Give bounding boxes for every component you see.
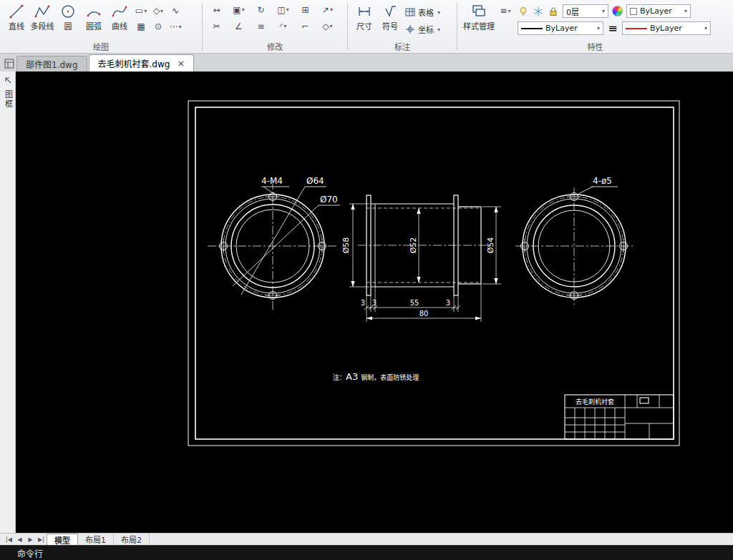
holes-callout: 4-ø5 (593, 176, 612, 186)
dropdown-arrow-icon: ▾ (286, 6, 289, 13)
draw-extra-col-1: ▭▾ ▦ (132, 1, 150, 36)
dropdown-arrow-icon: ▾ (178, 24, 181, 30)
color-select[interactable]: ByLayer ▾ (626, 4, 691, 18)
tab-model[interactable]: 模型 (47, 534, 78, 545)
mirror-tool[interactable]: ◫▾ (276, 4, 291, 16)
drawing-list-icon[interactable] (2, 57, 16, 71)
tool-dimension-label: 尺寸 (356, 20, 372, 31)
more-draw-tools[interactable]: ⋯▾ (168, 20, 183, 33)
ribbon-panel-annotate: 尺寸 符号 表格 ▾ 坐标 ▾ 标注 (348, 0, 457, 53)
next-tab-button[interactable]: ▶ (25, 536, 36, 543)
close-tab-icon[interactable]: × (177, 59, 185, 68)
last-tab-button[interactable]: ▶| (36, 536, 47, 543)
wave-icon: ∿ (172, 6, 179, 16)
right-view (515, 187, 633, 305)
move-tool[interactable]: ↔ (209, 4, 225, 16)
trim-icon: ✂ (213, 21, 220, 31)
tab-layout1[interactable]: 布局1 (78, 534, 114, 545)
layer-freeze-icon[interactable] (533, 6, 544, 17)
tool-symbol[interactable]: 符号 (377, 1, 403, 31)
tool-table[interactable]: 表格 ▾ (404, 6, 440, 19)
prev-tab-button[interactable]: ◀ (14, 536, 25, 543)
copy-icon: ▣ (233, 5, 241, 15)
tool-polyline[interactable]: 多段线 (29, 1, 55, 31)
panel-label-modify: 修改 (203, 41, 347, 52)
tool-spline[interactable]: 曲线 (107, 1, 132, 31)
tool-polyline-label: 多段线 (31, 20, 54, 31)
tool-style-manager[interactable]: 样式管理 (461, 1, 497, 31)
copy-tool[interactable]: ▣▾ (231, 4, 247, 16)
side-view (358, 195, 491, 295)
wave-tool[interactable]: ∿ (168, 4, 183, 17)
frame-panel-label[interactable]: 图框 (2, 90, 14, 109)
tool-line[interactable]: 直线 (4, 1, 29, 31)
line-icon (8, 3, 25, 20)
chamfer-tool[interactable]: ∠ (231, 20, 247, 33)
dia-52-dim: Ø52 (409, 237, 418, 254)
auto-hide-pin-icon[interactable] (4, 74, 12, 87)
point-tool[interactable]: ⊙ (150, 20, 166, 33)
lineweight-icon[interactable]: ≡ (607, 23, 618, 34)
tool-arc-label: 圆弧 (86, 20, 102, 31)
tool-spline-label: 曲线 (112, 20, 127, 31)
chamfer-icon: ∠ (235, 21, 243, 31)
command-line-title: 命令行 (17, 547, 43, 559)
break-tool[interactable]: ⌐ (298, 20, 314, 33)
tool-arc[interactable]: 圆弧 (81, 1, 107, 31)
seg-dim: 3 (361, 299, 365, 307)
explode-tool[interactable]: ◇▾ (320, 20, 336, 33)
tool-coordinate-label: 坐标 (418, 24, 434, 35)
hamburger-icon: ≡ (500, 6, 507, 16)
dropdown-arrow-icon: ▾ (437, 9, 440, 16)
dropdown-arrow-icon: ▾ (602, 8, 605, 14)
coordinate-icon (404, 24, 415, 35)
tool-line-label: 直线 (9, 20, 24, 31)
rectangle-icon: ▭ (135, 6, 143, 16)
doc-tab-active[interactable]: 去毛刺机衬套.dwg × (89, 54, 195, 72)
lineweight-sample-icon (626, 28, 647, 29)
doc-tab-inactive[interactable]: 部件图1.dwg (16, 56, 87, 72)
tab-layout2[interactable]: 布局2 (114, 534, 150, 545)
drawing-frame (188, 101, 679, 446)
lineweight-select[interactable]: ByLayer ▾ (622, 21, 711, 35)
properties-tools-row: 样式管理 ≡▾ 0层 ▾ ByLayer (457, 0, 733, 53)
hatch-tool[interactable]: ▦ (133, 20, 149, 33)
tool-coordinate[interactable]: 坐标 ▾ (404, 23, 440, 36)
note-text: 钢制，表面防锈处理 (361, 373, 419, 381)
tool-circle[interactable]: 圆 (55, 1, 81, 31)
dropdown-arrow-icon: ▾ (330, 23, 333, 29)
dropdown-arrow-icon: ▾ (283, 23, 286, 29)
panel-menu-button[interactable]: ≡▾ (497, 4, 513, 17)
rectangle-tool[interactable]: ▭▾ (133, 4, 149, 17)
ribbon-panel-modify: ↔ ▣▾ ↻ ◫▾ ⊞ ↗▾ ✂ ∠ ≡ ◜▾ ⌐ ◇▾ 修改 (203, 0, 347, 53)
layer-select[interactable]: 0层 ▾ (563, 4, 608, 18)
drawing-note: 注：A3钢制，表面防锈处理 (333, 371, 419, 382)
ribbon-panel-properties: 样式管理 ≡▾ 0层 ▾ ByLayer (457, 0, 733, 53)
command-line[interactable]: 命令行 (0, 545, 733, 560)
seg-dim: 3 (372, 299, 377, 307)
trim-tool[interactable]: ✂ (209, 20, 225, 33)
polygon-tool[interactable]: ◇▾ (150, 4, 166, 17)
tool-table-label: 表格 (418, 6, 434, 18)
array-tool[interactable]: ⊞ (298, 4, 314, 16)
tool-dimension[interactable]: 尺寸 (351, 1, 377, 31)
layer-lock-icon[interactable] (548, 6, 559, 17)
spline-icon (111, 3, 128, 20)
drawing-svg[interactable]: 4-M4 Ø64 Ø70 4-ø5 (16, 72, 733, 533)
color-picker-icon[interactable] (612, 6, 623, 16)
layer-row: 0层 ▾ ByLayer ▾ (518, 4, 711, 18)
linetype-select-value: ByLayer (545, 24, 578, 33)
dia-58-dim: Ø58 (341, 237, 351, 254)
stretch-tool[interactable]: ↗▾ (320, 4, 336, 16)
ribbon: 直线 多段线 圆 圆弧 曲线 ▭▾ ▦ ◇▾ (0, 0, 733, 54)
drawing-canvas[interactable]: 4-M4 Ø64 Ø70 4-ø5 (16, 72, 733, 533)
properties-controls: 0层 ▾ ByLayer ▾ ByLayer ▾ (515, 1, 714, 38)
linetype-select[interactable]: ByLayer ▾ (518, 21, 603, 35)
rotate-tool[interactable]: ↻ (253, 4, 269, 16)
style-manager-icon (470, 3, 487, 20)
first-tab-button[interactable]: |◀ (4, 536, 14, 543)
fillet-tool[interactable]: ◜▾ (276, 20, 291, 33)
layer-on-icon[interactable] (518, 6, 529, 17)
document-tab-bar: 部件图1.dwg 去毛刺机衬套.dwg × (0, 54, 733, 72)
offset-tool[interactable]: ≡ (253, 20, 269, 33)
